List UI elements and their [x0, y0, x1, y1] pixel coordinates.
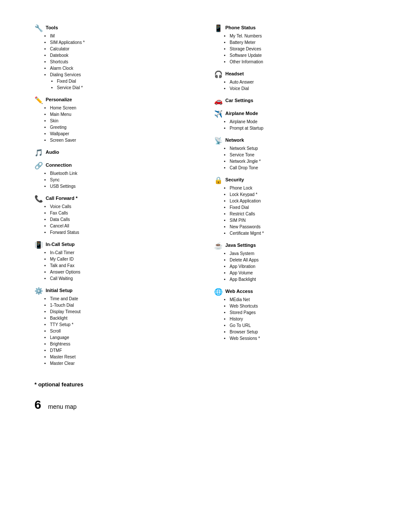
section-title: Java Settings: [225, 243, 256, 248]
list-item: Cancel All: [50, 223, 197, 229]
list-item: Voice Dial: [230, 85, 377, 92]
list-item: Screen Saver: [50, 137, 197, 143]
list-item: Master Reset: [50, 354, 197, 360]
section-in-call-setup: 📳In-Call SetupIn-Call TimerMy Caller IDT…: [34, 242, 197, 282]
list-item: Web Sessions *: [230, 335, 377, 342]
list-item: DTMF: [50, 347, 197, 354]
section-security: 🔒SecurityPhone LockLock Keypad *Lock App…: [214, 177, 377, 236]
section-header: ✏️Personalize: [34, 97, 197, 104]
list-item: Lock Application: [230, 198, 377, 204]
section-header: 🚗Car Settings: [214, 98, 377, 105]
section-icon: ☕: [214, 243, 223, 249]
section-title: Tools: [46, 25, 58, 30]
list-item: Software Update: [230, 52, 377, 59]
list-item: Shortcuts: [50, 59, 197, 65]
list-item: Language: [50, 334, 197, 341]
section-icon: ✏️: [34, 97, 43, 104]
list-item: IM: [50, 33, 197, 39]
page-number: 6: [34, 398, 41, 412]
section-title: Web Access: [225, 289, 253, 294]
list-item: Call Drop Tone: [230, 165, 377, 171]
list-item: Backlight: [50, 315, 197, 321]
list-item: My Tel. Numbers: [230, 33, 377, 39]
section-items-list: Bluetooth LinkSyncUSB Settings: [34, 170, 197, 190]
section-call-forward-: 📞Call Forward *Voice CallsFax CallsData …: [34, 196, 197, 236]
list-item: MEdia Net: [230, 296, 377, 303]
section-header: 📞Call Forward *: [34, 196, 197, 202]
section-header: 🔒Security: [214, 177, 377, 184]
list-item: Service Dial *: [57, 84, 197, 91]
section-header: 📡Network: [214, 137, 377, 144]
section-icon: ⚙️: [34, 288, 43, 295]
page-number-area: 6 menu map: [34, 398, 377, 412]
list-item: New Passwords: [230, 224, 377, 230]
section-items-list: Voice CallsFax CallsData CallsCancel All…: [34, 203, 197, 236]
section-items-list: Auto AnswerVoice Dial: [214, 79, 377, 92]
section-icon: 🔗: [34, 162, 43, 169]
section-icon: ✈️: [214, 111, 223, 118]
page-label: menu map: [48, 403, 77, 410]
list-item: App Vibration: [230, 263, 377, 270]
list-item: SIM PIN: [230, 217, 377, 224]
section-title: Personalize: [46, 97, 72, 102]
section-icon: 🔒: [214, 177, 223, 184]
section-items-list: Java SystemDelete All AppsApp VibrationA…: [214, 250, 377, 283]
section-icon: 📳: [34, 242, 43, 249]
section-java-settings: ☕Java SettingsJava SystemDelete All Apps…: [214, 243, 377, 283]
list-item: Forward Status: [50, 229, 197, 236]
list-item: Auto Answer: [230, 79, 377, 85]
list-item: Airplane Mode: [230, 118, 377, 125]
list-item: Lock Keypad *: [230, 191, 377, 198]
section-web-access: 🌐Web AccessMEdia NetWeb ShortcutsStored …: [214, 289, 377, 342]
list-item: Home Screen: [50, 105, 197, 111]
list-item: Datebook: [50, 52, 197, 59]
section-title: Airplane Mode: [225, 111, 258, 116]
list-item: SIM Applications *: [50, 39, 197, 46]
list-item: Network Setup: [230, 145, 377, 152]
section-items-list: Phone LockLock Keypad *Lock ApplicationF…: [214, 185, 377, 236]
list-item: Greeting: [50, 124, 197, 131]
list-item: Voice Calls: [50, 203, 197, 210]
list-item: Master Clear: [50, 360, 197, 367]
list-item: Stored Pages: [230, 309, 377, 316]
list-item: Other Information: [230, 59, 377, 65]
list-item: Fixed Dial: [230, 204, 377, 211]
section-icon: 📞: [34, 196, 43, 202]
section-icon: 🎵: [34, 149, 43, 156]
section-title: Network: [225, 137, 244, 143]
section-items-list: Network SetupService ToneNetwork Jingle …: [214, 145, 377, 171]
list-item: App Volume: [230, 270, 377, 276]
section-title: Headset: [225, 71, 244, 76]
list-item: Bluetooth Link: [50, 170, 197, 177]
list-item: Certificate Mgmt *: [230, 230, 377, 236]
section-icon: 🔧: [34, 25, 43, 32]
list-item: Phone Lock: [230, 185, 377, 191]
section-header: 📱Phone Status: [214, 25, 377, 32]
list-item: Talk and Fax: [50, 262, 197, 269]
section-icon: 🎧: [214, 71, 223, 78]
list-item: My Caller ID: [50, 256, 197, 262]
list-item: App Backlight: [230, 276, 377, 283]
list-item: USB Settings: [50, 183, 197, 190]
section-title: Call Forward *: [46, 196, 78, 201]
list-item: Java System: [230, 250, 377, 257]
section-items-list: My Tel. NumbersBattery MeterStorage Devi…: [214, 33, 377, 65]
list-item: Sync: [50, 177, 197, 183]
section-initial-setup: ⚙️Initial SetupTime and Date1-Touch Dial…: [34, 288, 197, 367]
section-header: 🔧Tools: [34, 25, 197, 32]
section-title: Phone Status: [225, 25, 255, 30]
list-item: Calculator: [50, 46, 197, 52]
section-car-settings: 🚗Car Settings: [214, 98, 377, 105]
section-title: Initial Setup: [46, 288, 72, 293]
list-item: In-Call Timer: [50, 249, 197, 256]
list-item: Call Waiting: [50, 275, 197, 282]
list-item: Scroll: [50, 328, 197, 334]
section-personalize: ✏️PersonalizeHome ScreenMain MenuSkinGre…: [34, 97, 197, 143]
right-column: 📱Phone StatusMy Tel. NumbersBattery Mete…: [214, 25, 377, 373]
section-header: ✈️Airplane Mode: [214, 111, 377, 118]
section-header: 🎵Audio: [34, 149, 197, 156]
list-item: Network Jingle *: [230, 158, 377, 165]
list-item: Storage Devices: [230, 46, 377, 52]
section-header: 📳In-Call Setup: [34, 242, 197, 249]
list-item: Alarm Clock: [50, 65, 197, 72]
